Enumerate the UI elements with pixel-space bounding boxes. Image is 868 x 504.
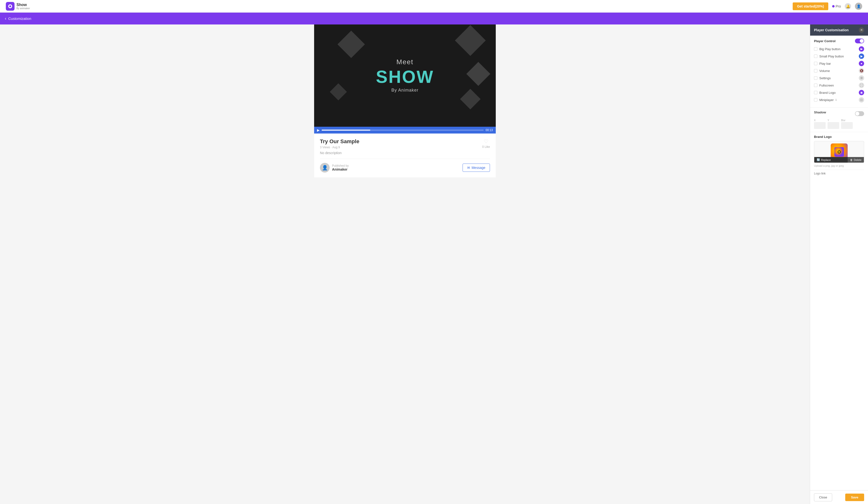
label-volume: Volume <box>819 69 830 73</box>
pro-label: Pro <box>836 4 841 8</box>
replace-icon: 🔄 <box>817 158 820 161</box>
shadow-y-label: Y <box>828 119 829 122</box>
shadow-blur-input[interactable] <box>841 122 853 129</box>
label-small-play: Small Play button <box>819 54 844 58</box>
published-by-label: Published by <box>332 164 349 168</box>
customization-bar: ‹ Customization <box>0 13 868 24</box>
logo-text-group: Show By animaker <box>17 3 30 10</box>
panel-title: Player Customisation <box>814 28 849 32</box>
save-button[interactable]: Save <box>845 494 864 501</box>
info-icon-miniplayer[interactable]: ℹ <box>836 98 837 102</box>
video-canvas[interactable]: Meet SHOW By Animaker <box>314 24 496 127</box>
shadow-toggle[interactable] <box>855 111 864 116</box>
right-panel: Player Customisation ✕ Player Control Bi… <box>810 24 868 504</box>
video-info: Try Our Sample 3 Views · Aug 9 No descri… <box>314 133 496 178</box>
get-started-button[interactable]: Get started(20%) <box>793 2 828 10</box>
notification-icon[interactable]: 🔔 <box>845 3 851 9</box>
checkbox-brand-logo[interactable] <box>814 91 817 94</box>
video-meta: 3 Views · Aug 9 <box>320 145 359 149</box>
label-brand-logo: Brand Logo <box>819 91 836 94</box>
video-text-group: Meet SHOW By Animaker <box>376 58 434 93</box>
publisher-row: 👤 Published by Animaker ✉ Message <box>320 159 490 172</box>
control-row-big-play: Big Play button ▶ <box>814 46 864 52</box>
logo-title: Show <box>17 3 30 7</box>
video-text-info: Try Our Sample 3 Views · Aug 9 No descri… <box>320 138 359 155</box>
delete-label: Delete <box>854 159 861 161</box>
brand-logo-upload-area[interactable]: 🔄 Replace 🗑 Delete <box>814 141 864 163</box>
replace-label: Replace <box>821 159 831 161</box>
checkbox-fullscreen[interactable] <box>814 83 817 87</box>
upload-hint: Upload a png, jpg or jpeg <box>814 164 864 167</box>
player-control-toggle[interactable] <box>855 39 864 43</box>
video-info-row: Try Our Sample 3 Views · Aug 9 No descri… <box>320 138 490 155</box>
time-display: 00:13 <box>486 129 493 132</box>
panel-close-button[interactable]: ✕ <box>859 27 864 33</box>
panel-header: Player Customisation ✕ <box>810 24 868 36</box>
video-controls: ▶ 00:13 <box>314 127 496 133</box>
checkbox-small-play[interactable] <box>814 54 817 58</box>
logo-area: Show By animaker <box>6 2 30 11</box>
top-nav: Show By animaker Get started(20%) Pro 🔔 … <box>0 0 868 13</box>
label-big-play: Big Play button <box>819 47 840 51</box>
progress-bar[interactable] <box>322 130 484 131</box>
logo-preview-svg <box>834 147 844 157</box>
brand-logo-title: Brand Logo <box>814 135 864 139</box>
control-row-brand-logo: Brand Logo ◉ <box>814 90 864 95</box>
video-text-show: SHOW <box>376 67 434 87</box>
icon-play-bar: ● <box>859 61 864 66</box>
icon-small-play: ▶ <box>859 53 864 59</box>
control-row-small-play: Small Play button ▶ <box>814 53 864 59</box>
shadow-toggle-knob <box>855 112 859 115</box>
video-description: No description <box>320 151 359 155</box>
avatar[interactable]: 👤 <box>855 3 862 10</box>
panel-footer: Close Save <box>810 490 868 504</box>
shadow-header: Shadow <box>814 111 864 117</box>
logo-overlay-buttons: 🔄 Replace 🗑 Delete <box>814 157 864 163</box>
shadow-x-label: X <box>814 119 816 122</box>
icon-fullscreen: ⛶ <box>859 83 864 88</box>
player-control-title: Player Control <box>814 39 836 43</box>
shadow-x-input[interactable] <box>814 122 826 129</box>
nav-right: Get started(20%) Pro 🔔 👤 <box>793 2 862 10</box>
shadow-section: Shadow X Y Blur <box>810 108 868 132</box>
shadow-inputs: X Y Blur <box>814 119 864 129</box>
logo-subtitle: By animaker <box>17 7 30 10</box>
like-section: ♡ 0 Like <box>482 138 490 149</box>
shadow-x-field: X <box>814 119 826 129</box>
toggle-knob <box>860 39 864 43</box>
pro-dot-icon <box>832 5 835 8</box>
message-button[interactable]: ✉ Message <box>463 163 490 172</box>
back-arrow-icon[interactable]: ‹ <box>5 16 6 21</box>
delete-icon: 🗑 <box>850 159 853 161</box>
icon-big-play: ▶ <box>859 46 864 52</box>
replace-button[interactable]: 🔄 Replace <box>814 157 848 163</box>
label-miniplayer: Miniplayer <box>819 98 834 102</box>
video-text-by: By Animaker <box>391 88 418 93</box>
delete-button[interactable]: 🗑 Delete <box>848 157 864 163</box>
label-fullscreen: Fullscreen <box>819 83 834 87</box>
player-control-header: Player Control <box>814 39 864 43</box>
shadow-blur-label: Blur <box>841 119 846 122</box>
message-label: Message <box>472 166 485 170</box>
heart-icon[interactable]: ♡ <box>484 138 488 145</box>
control-row-miniplayer: Miniplayer ℹ ⊡ <box>814 97 864 102</box>
checkbox-miniplayer[interactable] <box>814 98 817 102</box>
checkbox-volume[interactable] <box>814 69 817 72</box>
main-layout: Meet SHOW By Animaker ▶ 00:13 <box>0 24 868 504</box>
video-player: Meet SHOW By Animaker ▶ 00:13 <box>314 24 496 133</box>
checkbox-play-bar[interactable] <box>814 62 817 65</box>
content-area: Meet SHOW By Animaker ▶ 00:13 <box>0 24 810 504</box>
player-control-section: Player Control Big Play button ▶ Small P… <box>810 36 868 108</box>
svg-point-5 <box>838 151 840 153</box>
checkbox-big-play[interactable] <box>814 47 817 51</box>
publisher-avatar: 👤 <box>320 163 330 172</box>
pro-badge: Pro <box>832 4 841 8</box>
publisher-text: Published by Animaker <box>332 164 349 171</box>
play-button[interactable]: ▶ <box>317 128 320 132</box>
customization-label: Customization <box>8 17 31 21</box>
progress-fill <box>322 130 370 131</box>
close-button[interactable]: Close <box>814 493 832 501</box>
logo-link-label: Logo link <box>814 170 864 175</box>
checkbox-settings[interactable] <box>814 76 817 80</box>
shadow-y-input[interactable] <box>828 122 839 129</box>
